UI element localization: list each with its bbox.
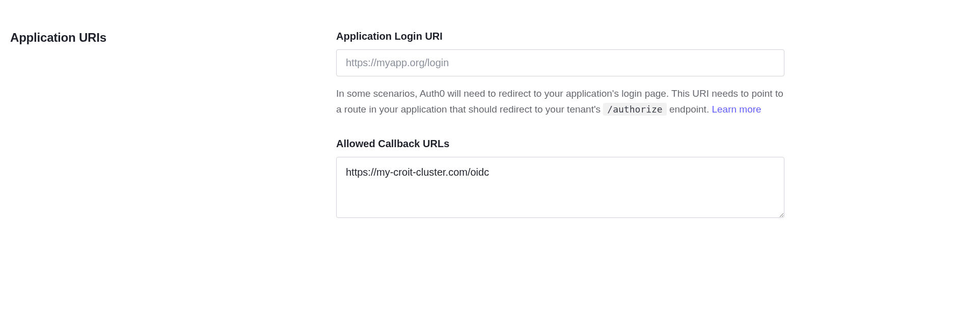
help-text-after: endpoint. [667,104,712,115]
section-title: Application URIs [10,31,336,45]
callback-urls-field-group: Allowed Callback URLs [336,138,784,220]
login-uri-field-group: Application Login URI In some scenarios,… [336,31,784,118]
callback-urls-label: Allowed Callback URLs [336,138,784,150]
login-uri-help-text: In some scenarios, Auth0 will need to re… [336,86,784,118]
login-uri-label: Application Login URI [336,31,784,42]
help-text-code: /authorize [603,103,666,116]
callback-urls-input[interactable] [336,157,784,218]
login-uri-input[interactable] [336,49,784,76]
learn-more-link[interactable]: Learn more [712,104,761,115]
